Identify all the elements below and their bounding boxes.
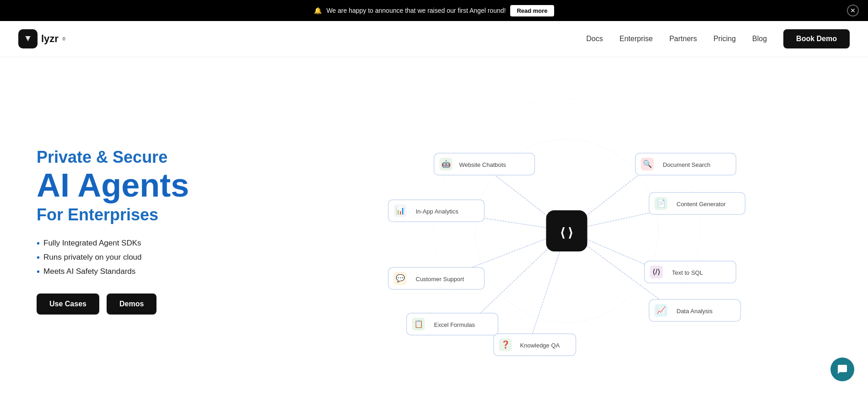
bullet-3: Meets AI Safety Standards — [37, 267, 265, 277]
nav-docs[interactable]: Docs — [586, 35, 603, 43]
demos-button[interactable]: Demos — [107, 294, 156, 315]
svg-text:🤖: 🤖 — [442, 160, 451, 168]
chat-button[interactable] — [830, 358, 854, 381]
nav-pricing[interactable]: Pricing — [713, 35, 736, 43]
node-customer-support-label: Customer Support — [416, 276, 464, 283]
svg-text:💬: 💬 — [396, 274, 405, 283]
hero-title: AI Agents — [37, 169, 265, 202]
svg-text:📋: 📋 — [414, 320, 423, 328]
bullet-1: Fully Integrated Agent SDKs — [37, 238, 265, 249]
announcement-emoji: 🔔 — [314, 7, 322, 14]
node-document-search-label: Document Search — [663, 161, 711, 168]
svg-text:❓: ❓ — [501, 340, 510, 349]
svg-text:🔍: 🔍 — [643, 160, 652, 168]
node-excel-formulas-label: Excel Formulas — [434, 321, 475, 328]
node-data-analysis-label: Data Analysis — [677, 308, 713, 315]
navbar: lyzr® Docs Enterprise Partners Pricing B… — [0, 21, 868, 57]
center-logo-icon: ⟨⟩ — [559, 225, 575, 240]
hero-buttons: Use Cases Demos — [37, 294, 265, 315]
node-website-chatbots-label: Website Chatbots — [459, 161, 507, 168]
diagram-svg: ⟨⟩ 🤖 Website Chatbots 🔍 Document Search … — [284, 75, 850, 386]
logo-link[interactable]: lyzr® — [18, 29, 65, 48]
announcement-bar: 🔔 We are happy to announce that we raise… — [0, 0, 868, 21]
hero-diagram: ⟨⟩ 🤖 Website Chatbots 🔍 Document Search … — [284, 75, 850, 386]
node-text-to-sql-label: Text to SQL — [672, 269, 703, 276]
hero-bullets: Fully Integrated Agent SDKs Runs private… — [37, 238, 265, 277]
hero-section: Private & Secure AI Agents For Enterpris… — [0, 57, 868, 395]
svg-text:📄: 📄 — [657, 199, 666, 208]
announcement-close-button[interactable]: ✕ — [847, 5, 859, 16]
svg-text:📊: 📊 — [396, 206, 405, 215]
nav-partners[interactable]: Partners — [669, 35, 697, 43]
book-demo-button[interactable]: Book Demo — [783, 29, 850, 48]
nav-links: Docs Enterprise Partners Pricing Blog Bo… — [586, 29, 850, 48]
svg-text:⟨/⟩: ⟨/⟩ — [652, 268, 660, 276]
hero-subtitle: Private & Secure — [37, 148, 265, 167]
svg-text:📈: 📈 — [657, 306, 666, 315]
hero-content: Private & Secure AI Agents For Enterpris… — [37, 148, 265, 315]
node-knowledge-qa-label: Knowledge QA — [520, 342, 560, 349]
logo-text: lyzr — [41, 33, 59, 45]
bullet-2: Runs privately on your cloud — [37, 252, 265, 263]
node-in-app-analytics-label: In-App Analytics — [416, 208, 459, 215]
node-content-generator-label: Content Generator — [677, 201, 726, 208]
use-cases-button[interactable]: Use Cases — [37, 294, 99, 315]
hero-tagline: For Enterprises — [37, 205, 265, 224]
nav-blog[interactable]: Blog — [752, 35, 767, 43]
logo-sup: ® — [62, 37, 65, 42]
read-more-button[interactable]: Read more — [510, 5, 554, 16]
nav-enterprise[interactable]: Enterprise — [620, 35, 653, 43]
announcement-text: We are happy to announce that we raised … — [326, 7, 506, 14]
logo-icon — [18, 29, 38, 48]
